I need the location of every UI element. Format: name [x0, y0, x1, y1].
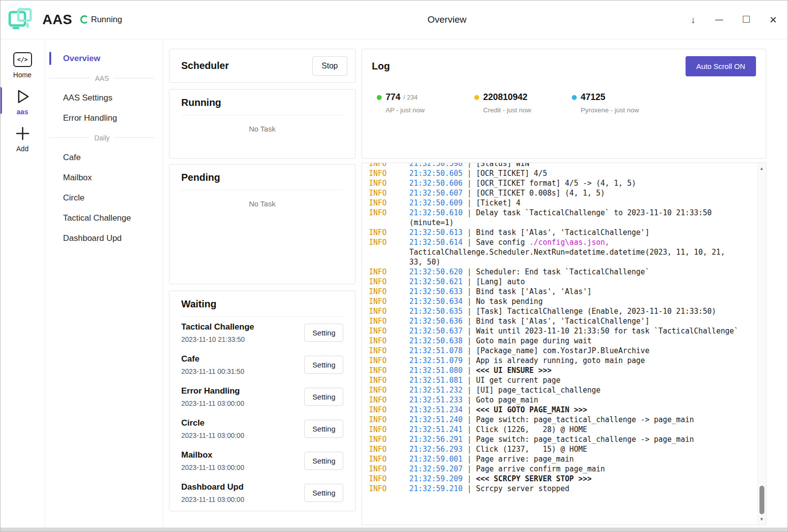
setting-button[interactable]: Setting	[304, 484, 343, 502]
play-icon	[15, 88, 30, 105]
log-message: 21:32:51.233 | Goto page_main	[409, 395, 749, 405]
log-timestamp: 21:32:59.207	[409, 465, 462, 473]
log-line: INFO21:32:50.614 | Save config ./config\…	[369, 237, 749, 267]
waiting-task-row: Mailbox2023-11-11 03:00:00Setting	[181, 445, 343, 477]
sidebar-item-cafe[interactable]: Cafe	[45, 147, 163, 167]
stat-value: 774	[386, 92, 400, 102]
auto-scroll-button[interactable]: Auto Scroll ON	[686, 56, 756, 76]
scrollbar-down-icon[interactable]: ▼	[758, 517, 765, 522]
rail-label-aas: aas	[17, 108, 28, 116]
left-rail: </> Home aas Add	[0, 39, 45, 532]
active-indicator	[0, 87, 2, 114]
log-level: INFO	[369, 405, 409, 415]
log-line: INFO21:32:50.598 | [Status] WIN	[369, 163, 749, 168]
log-line: INFO21:32:51.079 | App is already runnin…	[369, 356, 749, 366]
log-message: 21:32:50.635 | [Task] TacticalChallenge …	[409, 306, 749, 316]
sidebar-item-circle[interactable]: Circle	[45, 188, 163, 208]
stat-label: Pyroxene - just now	[572, 106, 669, 114]
log-title: Log	[372, 61, 390, 72]
close-icon[interactable]: ✕	[769, 15, 777, 25]
log-timestamp: 21:32:51.081	[409, 376, 462, 385]
scrollbar-thumb[interactable]	[759, 486, 764, 514]
waiting-task-row: Cafe2023-11-11 00:31:50Setting	[181, 349, 343, 381]
stop-button[interactable]: Stop	[312, 56, 347, 76]
setting-button[interactable]: Setting	[304, 452, 343, 470]
stat-label: Credit - just now	[474, 106, 572, 114]
waiting-task-time: 2023-11-11 00:31:50	[181, 367, 244, 375]
rail-item-add[interactable]: Add	[0, 120, 45, 157]
log-message: 21:32:59.001 | Page arrive: page_main	[409, 454, 749, 464]
log-level: INFO	[369, 237, 409, 267]
rail-item-home[interactable]: </> Home	[0, 46, 45, 83]
log-timestamp: 21:32:51.240	[409, 415, 462, 424]
waiting-task-info: Error Handling2023-11-11 03:00:00	[181, 386, 244, 407]
horizontal-scrollbar[interactable]	[0, 528, 788, 532]
log-level: INFO	[369, 277, 409, 287]
log-scroll-view[interactable]: INFO21:32:50.598 | [Status] WININFO21:32…	[362, 163, 766, 525]
stat-item: 47125Pyroxene - just now	[572, 92, 669, 114]
log-message: 21:32:51.081 | UI get current page	[409, 375, 749, 385]
log-message: 21:32:50.607 | [OCR_TICKET 0.008s] (4, 1…	[409, 188, 749, 198]
setting-button[interactable]: Setting	[304, 420, 343, 438]
log-line: INFO21:32:51.232 | [UI] page_tactical_ch…	[369, 385, 749, 395]
log-level: INFO	[369, 198, 409, 208]
log-timestamp: 21:32:59.210	[409, 484, 462, 493]
log-message: 21:32:50.598 | [Status] WIN	[409, 163, 749, 168]
arrow-down-icon[interactable]: ↓	[691, 15, 696, 25]
scheduler-panel: Scheduler Stop	[169, 49, 356, 83]
log-timestamp: 21:32:50.634	[409, 297, 462, 306]
log-message: 21:32:56.293 | Click (1237, 15) @ HOME	[409, 444, 749, 454]
waiting-task-name: Circle	[181, 418, 244, 428]
waiting-task-name: Mailbox	[181, 450, 244, 460]
sidebar-item-mailbox[interactable]: Mailbox	[45, 167, 163, 188]
log-timestamp: 21:32:59.209	[409, 474, 462, 483]
scheduler-title: Scheduler	[181, 60, 229, 71]
rail-item-aas[interactable]: aas	[0, 83, 45, 120]
waiting-task-info: Dashboard Upd2023-11-11 03:00:00	[181, 482, 244, 503]
log-timestamp: 21:32:51.232	[409, 386, 462, 395]
waiting-task-info: Mailbox2023-11-11 03:00:00	[181, 450, 244, 471]
log-line: INFO21:32:59.209 | <<< SCRCPY SERVER STO…	[369, 474, 749, 484]
scrollbar-up-icon[interactable]: ▲	[758, 166, 765, 171]
waiting-task-name: Cafe	[181, 354, 244, 364]
divider	[181, 190, 343, 190]
sidebar-item-overview[interactable]: Overview	[45, 48, 163, 68]
log-line: INFO21:32:56.291 | Page switch: page_tac…	[369, 434, 749, 444]
log-level: INFO	[369, 444, 409, 454]
log-timestamp: 21:32:50.606	[409, 179, 462, 188]
log-message: 21:32:50.613 | Bind task ['Alas', 'Tacti…	[409, 228, 749, 237]
log-level: INFO	[369, 208, 409, 228]
sidebar-item-tactical-challenge[interactable]: Tactical Challenge	[45, 208, 163, 228]
setting-button[interactable]: Setting	[304, 388, 343, 406]
log-line: INFO21:32:50.613 | Bind task ['Alas', 'T…	[369, 228, 749, 237]
log-level: INFO	[369, 395, 409, 405]
log-level: INFO	[369, 163, 409, 168]
log-level: INFO	[369, 464, 409, 474]
log-level: INFO	[369, 306, 409, 316]
sidebar-item-error-handling[interactable]: Error Handling	[45, 108, 163, 128]
setting-button[interactable]: Setting	[304, 356, 343, 374]
setting-button[interactable]: Setting	[304, 324, 343, 342]
resource-stats: 774/ 234AP - just now220810942Credit - j…	[372, 92, 756, 114]
log-scrollbar[interactable]: ▲ ▼	[757, 164, 765, 524]
rail-label-add: Add	[16, 145, 29, 153]
log-header-panel: Log Auto Scroll ON 774/ 234AP - just now…	[361, 49, 766, 159]
log-timestamp: 21:32:50.614	[409, 238, 462, 247]
log-line: INFO21:32:50.607 | [OCR_TICKET 0.008s] (…	[369, 188, 749, 198]
sidebar-item-dashboard-upd[interactable]: Dashboard Upd	[45, 228, 163, 248]
waiting-task-info: Cafe2023-11-11 00:31:50	[181, 354, 244, 375]
log-level: INFO	[369, 366, 409, 375]
maximize-icon[interactable]: □	[743, 13, 750, 25]
log-line: INFO21:32:51.234 | <<< UI GOTO PAGE_MAIN…	[369, 405, 749, 415]
log-line: INFO21:32:50.637 | Wait until 2023-11-10…	[369, 326, 749, 336]
log-output-area[interactable]: INFO21:32:50.598 | [Status] WININFO21:32…	[361, 163, 766, 525]
log-level: INFO	[369, 434, 409, 444]
log-message: 21:32:50.620 | Scheduler: End task `Tact…	[409, 267, 749, 277]
pending-empty-text: No Task	[181, 200, 343, 208]
log-timestamp: 21:32:50.636	[409, 317, 462, 326]
sidebar-item-aas-settings[interactable]: AAS Settings	[45, 88, 163, 108]
log-line: INFO21:32:50.606 | [OCR_TICKET format] 4…	[369, 178, 749, 188]
log-message: 21:32:59.207 | Page arrive confirm page_…	[409, 464, 749, 474]
minimize-icon[interactable]: —	[715, 16, 723, 24]
log-line: INFO21:32:50.620 | Scheduler: End task `…	[369, 267, 749, 277]
